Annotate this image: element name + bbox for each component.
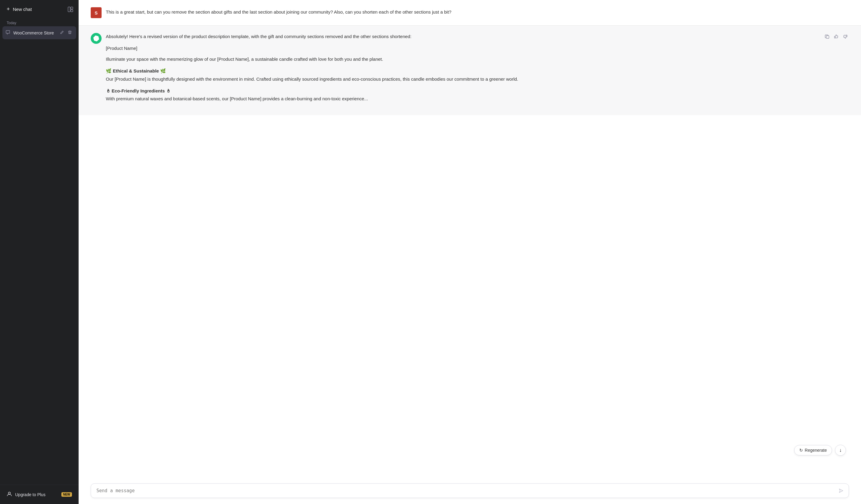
regenerate-button[interactable]: ↻ Regenerate [794, 445, 832, 456]
chat-messages: S This is a great start, but can you rem… [79, 0, 861, 480]
send-button[interactable] [838, 487, 844, 494]
chat-item-actions [59, 29, 73, 37]
product-name: [Product Name] [106, 46, 849, 51]
user-message: S This is a great start, but can you rem… [79, 0, 861, 25]
section-2-heading: 🕯 Eco-Friendly Ingredients 🕯 [106, 88, 849, 93]
svg-point-3 [9, 492, 11, 494]
user-avatar: S [91, 7, 101, 18]
message-input-wrapper [91, 484, 849, 498]
thumbs-down-button[interactable] [842, 33, 849, 41]
svg-rect-2 [71, 10, 73, 12]
regenerate-icon: ↻ [799, 448, 803, 453]
chat-item-woocommerce[interactable]: WooCommerce Store [2, 26, 76, 39]
assistant-message-body: Absolutely! Here's a revised version of … [106, 33, 849, 108]
plus-icon: + [6, 6, 10, 12]
regenerate-label: Regenerate [805, 448, 827, 453]
sidebar-top: + New chat [0, 0, 79, 18]
section-1-heading: 🌿 Ethical & Sustainable 🌿 [106, 68, 849, 74]
assistant-message: Absolutely! Here's a revised version of … [79, 26, 861, 115]
svg-rect-4 [826, 36, 829, 38]
message-action-buttons [823, 33, 849, 41]
sidebar-bottom: Upgrade to Plus NEW [0, 485, 79, 504]
section-2-text: With premium natural waxes and botanical… [106, 95, 849, 102]
edit-chat-button[interactable] [59, 29, 65, 37]
new-badge: NEW [62, 492, 72, 497]
chat-icon [5, 30, 10, 36]
chat-item-label: WooCommerce Store [13, 30, 56, 36]
input-area [79, 480, 861, 504]
floating-actions: ↻ Regenerate ↓ [794, 445, 846, 456]
thumbs-up-button[interactable] [833, 33, 840, 41]
new-chat-button[interactable]: + New chat [3, 3, 63, 15]
main-content: S This is a great start, but can you rem… [79, 0, 861, 504]
svg-rect-0 [68, 7, 70, 12]
upgrade-to-plus-button[interactable]: Upgrade to Plus NEW [3, 489, 76, 500]
delete-chat-button[interactable] [67, 29, 73, 37]
new-chat-label: New chat [13, 6, 32, 12]
upgrade-label: Upgrade to Plus [15, 492, 58, 497]
layout-toggle-button[interactable] [65, 4, 76, 14]
assistant-avatar [91, 33, 101, 44]
product-description: Illuminate your space with the mesmerizi… [106, 56, 849, 63]
today-label: Today [2, 19, 76, 26]
user-icon [6, 491, 12, 498]
user-message-text: This is a great start, but can you remov… [106, 7, 849, 16]
copy-button[interactable] [823, 33, 831, 41]
layout-icon [68, 6, 73, 12]
chat-list: Today WooCommerce Store [0, 18, 79, 485]
scroll-down-icon: ↓ [839, 448, 842, 453]
svg-rect-1 [71, 7, 73, 9]
section-1-text: Our [Product Name] is thoughtfully desig… [106, 75, 849, 83]
sidebar: + New chat Today WooCommerce Store [0, 0, 79, 504]
assistant-intro: Absolutely! Here's a revised version of … [106, 33, 849, 40]
message-input[interactable] [96, 488, 835, 493]
scroll-down-button[interactable]: ↓ [835, 445, 846, 456]
